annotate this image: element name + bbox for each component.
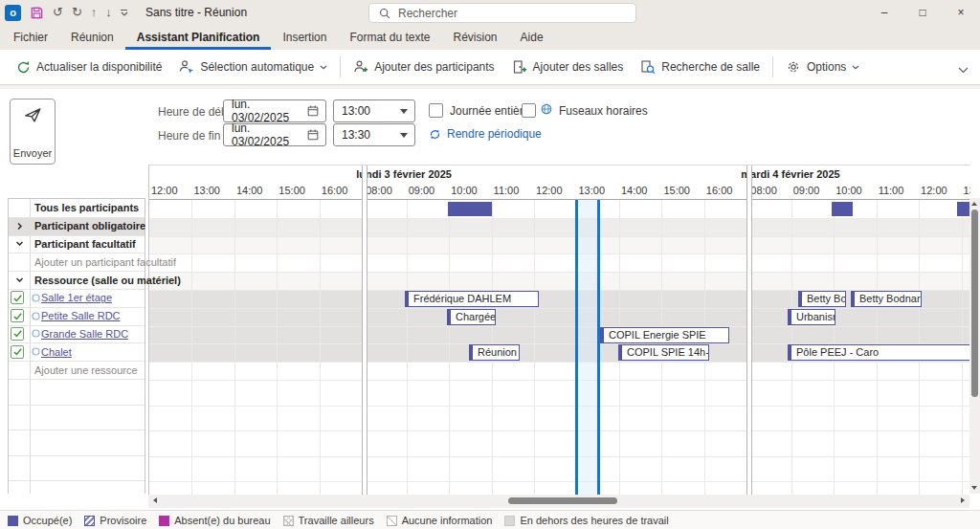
scroll-up-arrow[interactable]: [971, 202, 977, 206]
add-entry-placeholder[interactable]: Ajouter une ressource: [34, 364, 138, 376]
timezones-checkbox[interactable]: [522, 103, 536, 118]
ajouter-des-participants-button[interactable]: Ajouter des participants: [345, 54, 502, 80]
day-boundary-line: [362, 165, 368, 495]
chevron-right-icon[interactable]: [15, 222, 24, 231]
scroll-down-arrow[interactable]: [971, 486, 977, 490]
save-button[interactable]: [30, 6, 44, 20]
ribbon-separator: [772, 56, 773, 77]
send-button[interactable]: Envoyer: [10, 99, 56, 165]
maximize-button[interactable]: □: [903, 0, 942, 25]
time-tick: 13:00: [964, 185, 970, 196]
ribbon-shadow: [0, 85, 980, 89]
move-up-button[interactable]: ↑: [91, 5, 98, 20]
undo-button[interactable]: ↺: [53, 5, 63, 20]
end-date-field[interactable]: lun. 03/02/2025: [223, 123, 326, 146]
resource-checkbox[interactable]: [11, 291, 24, 304]
tab-format-du-texte[interactable]: Format du texte: [338, 25, 441, 50]
resource-checkbox[interactable]: [11, 327, 24, 341]
tab-reunion[interactable]: Réunion: [59, 25, 125, 50]
resource-checkbox[interactable]: [11, 309, 24, 322]
ribbon-button-label: Options: [807, 60, 846, 74]
participant-row-participant-obligatoire[interactable]: Participant obligatoire: [9, 217, 145, 235]
day-header-lundi-3-fevrier-2025: lundi 3 février 2025: [356, 168, 452, 180]
search-input[interactable]: Rechercher: [368, 3, 636, 23]
participant-row-petite-salle-rdc[interactable]: Petite Salle RDC: [9, 307, 145, 325]
move-down-button[interactable]: ↓: [105, 5, 112, 20]
participant-row-ajouter-une-ressource[interactable]: Ajouter une ressource: [9, 361, 145, 379]
add-entry-placeholder[interactable]: Ajouter un participant facultatif: [34, 256, 176, 268]
event-frederique-dahlem: Frédérique DAHLEM: [405, 291, 539, 307]
resource-link[interactable]: Grande Salle RDC: [41, 328, 128, 340]
event-chargee-d: Chargée d: [447, 309, 496, 325]
time-tick: 12:00: [921, 185, 947, 196]
recherche-de-salle-button[interactable]: Recherche de salle: [632, 54, 768, 80]
availability-circle-icon: [32, 312, 40, 320]
legend-swatch-tent: [84, 516, 95, 526]
tab-fichier[interactable]: Fichier: [2, 25, 59, 50]
chevron-down-icon[interactable]: [15, 276, 24, 284]
resource-link[interactable]: Chalet: [41, 346, 72, 358]
end-time-dropdown[interactable]: 13:30: [333, 123, 415, 146]
start-date-field[interactable]: lun. 03/02/2025: [223, 99, 326, 122]
group-label: Ressource (salle ou matériel): [34, 275, 181, 286]
grid-column-line: [320, 200, 321, 495]
participant-row-salle-1er-etage[interactable]: Salle 1er étage: [9, 289, 145, 307]
panel-row-line: [9, 235, 145, 236]
chevron-down-icon[interactable]: [15, 239, 24, 248]
send-button-label: Envoyer: [13, 147, 52, 159]
participant-row-grande-salle-rdc[interactable]: Grande Salle RDC: [9, 325, 145, 343]
tab-assistant-planification[interactable]: Assistant Planification: [125, 25, 272, 50]
all-day-checkbox[interactable]: [429, 103, 443, 118]
calendar-icon[interactable]: [306, 128, 320, 142]
time-tick: 12:00: [151, 185, 178, 196]
end-time-label: Heure de fin: [158, 129, 220, 143]
end-date-value: lun. 03/02/2025: [224, 121, 306, 148]
legend-label: Occupé(e): [23, 515, 72, 526]
day-header-mardi-4-fevrier-2025: mardi 4 février 2025: [741, 168, 839, 180]
customize-toolbar-chevron-icon[interactable]: [121, 10, 128, 16]
participant-row-ajouter-un-participant-facultatif[interactable]: Ajouter un participant facultatif: [9, 253, 145, 271]
resource-link[interactable]: Petite Salle RDC: [41, 310, 121, 321]
horizontal-scrollbar[interactable]: [148, 495, 969, 508]
start-time-dropdown[interactable]: 13:00: [333, 99, 415, 122]
tab-insertion[interactable]: Insertion: [271, 25, 338, 50]
legend-swatch-none: [387, 516, 397, 526]
panel-row-line: [9, 342, 145, 343]
participant-row-chalet[interactable]: Chalet: [9, 342, 145, 361]
horizontal-scrollbar-thumb[interactable]: [508, 497, 617, 504]
end-time-value: 13:30: [334, 128, 400, 142]
grid-row-line: [149, 218, 970, 219]
redo-button[interactable]: ↻: [72, 5, 82, 20]
busy-time-bar: [448, 202, 492, 216]
selection-automatique-button[interactable]: Sélection automatique: [170, 54, 336, 80]
send-icon: [23, 106, 42, 123]
grid-row-line: [149, 253, 970, 254]
grid-row-line: [149, 236, 970, 237]
close-button[interactable]: ×: [942, 0, 980, 25]
recurrence-label: Rendre périodique: [447, 127, 542, 141]
resource-checkbox[interactable]: [11, 345, 24, 359]
busy-time-bar: [832, 202, 853, 216]
collapse-ribbon-chevron-icon[interactable]: [958, 67, 969, 74]
make-recurring-link[interactable]: Rendre périodique: [429, 127, 542, 141]
ribbon-button-label: Actualiser la disponibilité: [36, 60, 162, 74]
calendar-icon[interactable]: [306, 104, 320, 118]
resource-link[interactable]: Salle 1er étage: [41, 292, 112, 303]
ajouter-des-salles-button[interactable]: Ajouter des salles: [503, 54, 633, 80]
schedule-area: lundi 3 février 2025mardi 4 février 2025…: [148, 165, 970, 495]
panel-header-label: Tous les participants: [34, 202, 139, 213]
tab-aide[interactable]: Aide: [509, 25, 555, 50]
ribbon-button-label: Recherche de salle: [661, 60, 760, 74]
event-copil-energie-spie: COPIL Energie SPIE: [600, 327, 729, 343]
participant-row-ressource-salle-ou-materiel[interactable]: Ressource (salle ou matériel): [9, 271, 145, 289]
minimize-button[interactable]: –: [865, 0, 903, 25]
schedule-grid[interactable]: Frédérique DAHLEMChargée dRéunion vCOPIL…: [149, 199, 970, 495]
vertical-scrollbar-thumb[interactable]: [971, 209, 978, 397]
scroll-right-arrow[interactable]: [961, 497, 965, 503]
participant-row-participant-facultatif[interactable]: Participant facultatif: [9, 235, 145, 253]
actualiser-la-disponibilite-button[interactable]: Actualiser la disponibilité: [8, 54, 170, 80]
scroll-left-arrow[interactable]: [153, 497, 157, 503]
vertical-scrollbar[interactable]: [969, 198, 980, 494]
tab-revision[interactable]: Révision: [442, 25, 509, 50]
options-button[interactable]: Options: [777, 54, 868, 80]
